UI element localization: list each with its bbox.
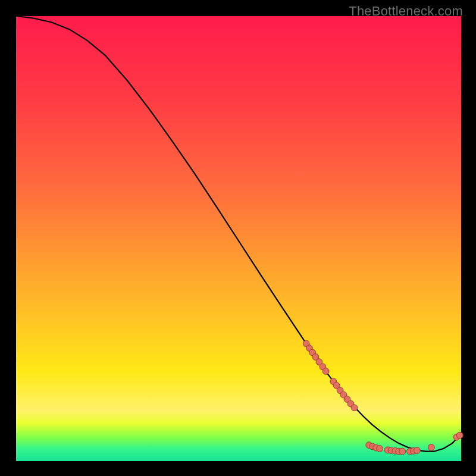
curve-marker [377, 446, 383, 452]
bottleneck-curve [16, 16, 461, 452]
curve-marker [428, 444, 434, 450]
plot-svg [16, 16, 461, 461]
curve-marker [456, 432, 463, 439]
curve-marker [399, 448, 406, 455]
curve-marker [351, 405, 358, 411]
plot-area [16, 16, 461, 461]
chart-frame: TheBottleneck.com [0, 0, 476, 476]
curve-markers [303, 340, 463, 455]
curve-marker [414, 447, 421, 454]
curve-marker [322, 368, 329, 375]
